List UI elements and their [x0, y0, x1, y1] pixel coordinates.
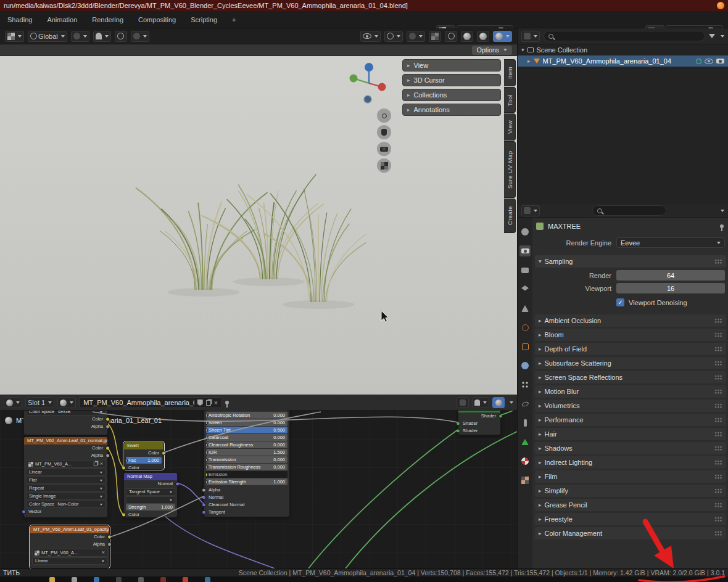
socket-icon[interactable] — [206, 420, 208, 425]
socket-color-output[interactable]: Color — [124, 449, 163, 457]
drag-grip-icon[interactable] — [714, 332, 722, 337]
shader-editor-type-button[interactable] — [4, 397, 22, 408]
image-selector[interactable]: MT_PM_V60_A...× — [26, 460, 105, 468]
socket-icon[interactable] — [206, 450, 208, 454]
proportional-editing-toggle[interactable] — [115, 31, 127, 42]
fac-slider[interactable]: Fac1.000 — [126, 457, 162, 464]
drag-grip-icon[interactable] — [714, 389, 722, 394]
panel-collections[interactable]: ▸Collections — [402, 89, 501, 101]
bsdf-anisotropic-slider[interactable]: Anisotropic0.000 — [206, 411, 287, 411]
bsdf-clearcoat-slider[interactable]: Clearcoat0.000 — [206, 434, 287, 441]
pivot-point-dropdown[interactable] — [71, 31, 89, 42]
sampling-panel-header[interactable]: ▸ Sampling — [535, 255, 726, 268]
snap-node-dropdown[interactable] — [472, 397, 489, 408]
socket-icon[interactable] — [202, 503, 206, 507]
space-dropdown[interactable]: Tangent Space — [126, 488, 175, 496]
node-invert[interactable]: Invert Color Fac1.000 Color — [123, 441, 164, 470]
preview-toggle[interactable] — [492, 397, 505, 408]
node-header[interactable]: MT_PM_V60_Amm.Leaf_01_normal.jpg× — [24, 437, 107, 445]
socket-alpha-output[interactable]: Alpha — [24, 423, 107, 430]
interpolation-dropdown[interactable]: Linear — [26, 469, 105, 476]
viewport-denoising-checkbox[interactable]: ✓ — [616, 298, 624, 306]
taskbar-icon[interactable] — [94, 577, 99, 582]
sidebar-tab-create[interactable]: Create — [504, 199, 516, 233]
zoom-button[interactable] — [377, 109, 391, 123]
panel-screen-space-reflections[interactable]: ▸Screen Space Reflections — [535, 371, 726, 383]
socket-icon[interactable] — [206, 443, 208, 447]
bsdf-clearcoat-roughness-slider[interactable]: Clearcoat Roughness0.000 — [206, 441, 287, 448]
node-header[interactable]: Invert — [124, 442, 163, 449]
options-dropdown[interactable]: Options — [472, 46, 512, 55]
socket-clearcoat-normal-input[interactable]: Clearcoat Normal — [204, 501, 289, 509]
copy-icon[interactable] — [94, 462, 97, 466]
panel-film[interactable]: ▸Film — [535, 470, 726, 483]
tab-object-data[interactable] — [519, 436, 531, 448]
socket-icon[interactable] — [206, 480, 208, 484]
panel-color-management[interactable]: ▸Color Management — [535, 527, 726, 539]
drag-grip-icon[interactable] — [714, 531, 722, 536]
socket-normal-output[interactable]: Normal — [124, 480, 177, 488]
socket-icon[interactable] — [202, 496, 206, 500]
viewport-canvas[interactable]: ▸View ▸3D Cursor ▸Collections ▸Annotatio… — [0, 56, 517, 395]
socket-tangent-input[interactable]: Tangent — [204, 509, 289, 516]
outliner-display-mode-dropdown[interactable] — [521, 31, 540, 42]
perspective-toggle-button[interactable] — [377, 158, 391, 173]
colorspace-dropdown[interactable]: Color SpacesRGB — [26, 411, 105, 416]
extension-dropdown[interactable]: Repeat — [26, 485, 105, 492]
bsdf-anisotropic-rotation-slider[interactable]: Anisotropic Rotation0.000 — [206, 412, 287, 419]
drag-grip-icon[interactable] — [714, 432, 722, 436]
tab-tool[interactable] — [519, 226, 531, 237]
node-header[interactable]: MT_PM_V60_Amm.Leaf_01_opacity.jp — [30, 526, 109, 533]
socket-icon[interactable] — [202, 510, 206, 515]
filter-icon[interactable] — [709, 34, 715, 38]
node-image-texture-diffuse[interactable]: Color SpacesRGB Color Alpha — [23, 411, 108, 435]
image-selector[interactable]: MT_PM_V60_A...× — [32, 549, 107, 557]
drag-grip-icon[interactable] — [714, 460, 722, 465]
link-icon[interactable] — [696, 59, 701, 64]
material-browse-button[interactable] — [57, 397, 76, 408]
tab-object[interactable] — [519, 341, 531, 352]
socket-icon[interactable] — [498, 414, 503, 419]
drag-grip-icon[interactable] — [714, 446, 722, 451]
socket-color-output[interactable]: Color — [30, 533, 109, 541]
tab-material[interactable] — [519, 456, 531, 467]
socket-icon[interactable] — [162, 451, 166, 456]
panel-subsurface-scattering[interactable]: ▸Subsurface Scattering — [535, 357, 726, 369]
drag-grip-icon[interactable] — [714, 318, 722, 323]
projection-dropdown[interactable]: Flat — [26, 477, 105, 484]
socket-shader-input-1[interactable]: Shader — [458, 420, 500, 427]
pin-icon[interactable] — [225, 401, 229, 404]
disable-render-camera-icon[interactable] — [716, 59, 724, 64]
panel-volumetrics[interactable]: ▸Volumetrics — [535, 400, 726, 412]
socket-icon[interactable] — [206, 428, 208, 432]
panel-indirect-lighting[interactable]: ▸Indirect Lighting — [535, 456, 726, 469]
copy-material-icon[interactable] — [206, 400, 211, 406]
sidebar-tab-view[interactable]: View — [504, 113, 516, 141]
drag-grip-icon[interactable] — [714, 502, 722, 507]
panel-annotations[interactable]: ▸Annotations — [402, 104, 501, 116]
socket-icon[interactable] — [105, 446, 110, 451]
socket-color-input[interactable]: Color — [124, 511, 177, 518]
drag-grip-icon[interactable] — [714, 259, 722, 264]
bsdf-sheen-tint-slider[interactable]: Sheen Tint0.500 — [206, 427, 287, 433]
falloff-dropdown[interactable] — [131, 31, 149, 42]
panel-simplify[interactable]: ▸Simplify — [535, 485, 726, 497]
shader-node-canvas[interactable]: MT_PM_V60_Ammophila_arenaria_01_Leaf_01 … — [0, 411, 517, 568]
bsdf-emission-strength-slider[interactable]: Emission Strength1.000 — [206, 478, 287, 485]
socket-icon[interactable] — [206, 413, 208, 417]
drag-grip-icon[interactable] — [714, 375, 722, 380]
source-dropdown[interactable]: Single Image — [26, 493, 105, 500]
tab-physics[interactable] — [519, 398, 531, 409]
shading-material-button[interactable] — [477, 31, 489, 42]
outliner-row-scene-collection[interactable]: ▸ Scene Collection — [518, 44, 728, 55]
tab-modifiers[interactable] — [519, 360, 531, 371]
properties-editor-type-button[interactable] — [521, 205, 540, 216]
node-principled-bsdf[interactable]: Anisotropic0.000 Anisotropic Rotation0.0… — [204, 411, 290, 517]
socket-icon[interactable] — [122, 513, 126, 517]
disclosure-triangle-icon[interactable]: ▸ — [520, 49, 526, 52]
bsdf-transmission-roughness-slider[interactable]: Transmission Roughness0.000 — [206, 464, 287, 470]
chevron-down-icon[interactable] — [721, 35, 724, 38]
strength-slider[interactable]: Strength1.000 — [126, 504, 175, 510]
slot-dropdown[interactable]: Slot 1 — [25, 397, 54, 408]
socket-vector-input[interactable]: Vector — [24, 508, 107, 515]
